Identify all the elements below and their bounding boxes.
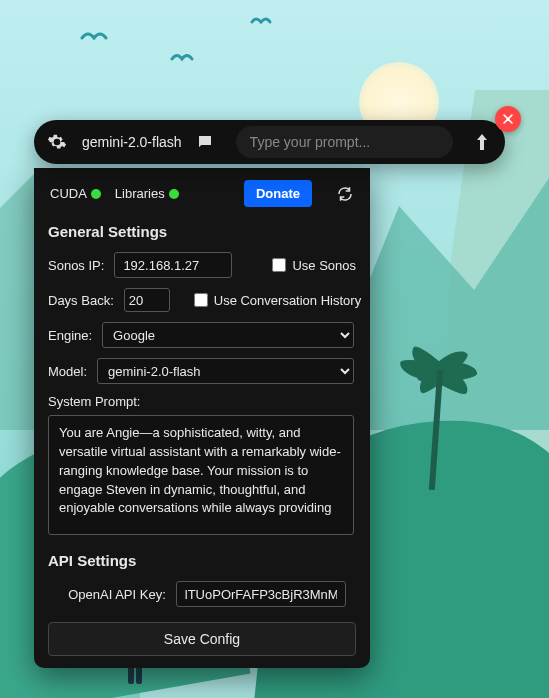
model-row: Model: gemini-2.0-flash [48, 358, 366, 384]
donate-button[interactable]: Donate [244, 180, 312, 207]
current-model-label: gemini-2.0-flash [82, 134, 182, 150]
background-palm [403, 370, 439, 490]
bird-icon [170, 50, 194, 64]
gear-icon [47, 132, 67, 152]
api-settings-heading: API Settings [48, 552, 366, 569]
panel-status-row: CUDA Libraries Donate [34, 168, 370, 217]
refresh-icon [336, 185, 354, 203]
cuda-label: CUDA [50, 186, 87, 201]
sonos-ip-row: Sonos IP: Use Sonos [48, 252, 366, 278]
use-history-checkbox[interactable]: Use Conversation History [194, 293, 361, 308]
model-select[interactable]: gemini-2.0-flash [97, 358, 354, 384]
close-icon [503, 114, 513, 124]
use-sonos-checkbox[interactable]: Use Sonos [272, 258, 356, 273]
engine-label: Engine: [48, 328, 92, 343]
use-sonos-checkbox-input[interactable] [272, 258, 286, 272]
prompt-bar: gemini-2.0-flash [34, 120, 505, 164]
system-prompt-group: System Prompt: You are Angie—a sophistic… [48, 394, 354, 538]
days-back-input[interactable] [124, 288, 170, 312]
close-button[interactable] [495, 106, 521, 132]
sonos-ip-input[interactable] [114, 252, 232, 278]
prompt-input[interactable] [236, 126, 453, 158]
model-label: Model: [48, 364, 87, 379]
use-sonos-label: Use Sonos [292, 258, 356, 273]
general-settings-heading: General Settings [48, 223, 366, 240]
chat-icon [196, 133, 214, 151]
openai-key-label: OpenAI API Key: [68, 587, 166, 602]
libraries-status: Libraries [115, 186, 179, 201]
engine-row: Engine: Google [48, 322, 366, 348]
status-dot-icon [91, 189, 101, 199]
libraries-label: Libraries [115, 186, 165, 201]
use-history-checkbox-input[interactable] [194, 293, 208, 307]
days-back-row: Days Back: Use Conversation History [48, 288, 366, 312]
chat-button[interactable] [194, 131, 216, 153]
settings-button[interactable] [46, 131, 68, 153]
send-button[interactable] [471, 134, 493, 150]
cuda-status: CUDA [50, 186, 101, 201]
bird-icon [250, 14, 272, 26]
system-prompt-textarea[interactable]: You are Angie—a sophisticated, witty, an… [48, 415, 354, 535]
system-prompt-label: System Prompt: [48, 394, 354, 409]
openai-key-input[interactable] [176, 581, 346, 607]
sonos-ip-label: Sonos IP: [48, 258, 104, 273]
openai-key-row: OpenAI API Key: [48, 581, 366, 607]
refresh-button[interactable] [336, 185, 354, 203]
settings-panel: CUDA Libraries Donate General Settings S… [34, 168, 370, 668]
save-config-button[interactable]: Save Config [48, 622, 356, 656]
arrow-up-icon [475, 134, 489, 150]
status-dot-icon [169, 189, 179, 199]
bird-icon [80, 28, 108, 44]
engine-select[interactable]: Google [102, 322, 354, 348]
days-back-label: Days Back: [48, 293, 114, 308]
settings-scroll[interactable]: General Settings Sonos IP: Use Sonos Day… [34, 217, 370, 612]
use-history-label: Use Conversation History [214, 293, 361, 308]
